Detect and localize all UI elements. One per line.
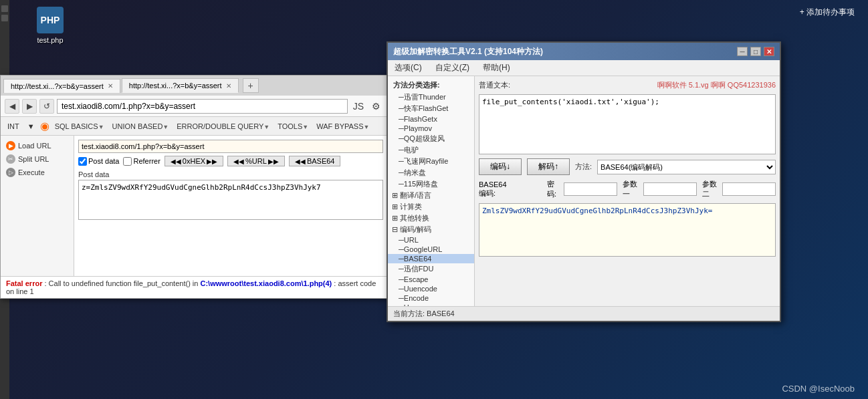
- encode-button[interactable]: 编码↓: [479, 158, 522, 175]
- execute-label: Execute: [18, 168, 45, 176]
- base64-arrow-left: ◀◀: [295, 158, 306, 165]
- enc-menu-options[interactable]: 选项(C): [392, 61, 425, 75]
- enc-tree-115[interactable]: ─115网络盘: [388, 178, 474, 190]
- new-tab-button[interactable]: +: [243, 78, 259, 93]
- enc-group-other[interactable]: ⊞ 其他转换: [388, 213, 474, 224]
- plain-text-textarea[interactable]: file_put_contents('xiaodi.txt','xigua');: [479, 94, 776, 154]
- tab-label-1: http://test.xi...?x=b&y=assert: [11, 82, 104, 90]
- minimize-button[interactable]: ─: [737, 47, 748, 56]
- param2-label: 参数二: [702, 179, 717, 199]
- browser-main-area: ▶ Load URL ✂ Split URL ▷ Execute: [1, 136, 387, 279]
- back-button[interactable]: ◀: [5, 99, 19, 114]
- load-url-item[interactable]: ▶ Load URL: [3, 140, 71, 152]
- enc-tree-edl[interactable]: ─电驴: [388, 144, 474, 156]
- error-message: : Call to undefined function file_put_co…: [44, 279, 198, 287]
- enc-tree-encode[interactable]: ─Encode: [388, 293, 474, 303]
- hex-label: 0xHEX: [183, 157, 205, 165]
- enc-tree-rayfile[interactable]: ─飞速网Rayfile: [388, 156, 474, 167]
- enc-tree-flashget[interactable]: ─快车FlashGet: [388, 103, 474, 114]
- param1-input[interactable]: [643, 182, 697, 196]
- enc-tree-flashgetx[interactable]: ─FlashGetx: [388, 114, 474, 124]
- brand-label: 啊啊软件 5.1.vg 啊啊 QQ541231936: [657, 80, 776, 90]
- toolbar-waf-bypass[interactable]: WAF BYPASS▼: [314, 121, 372, 132]
- post-data-check[interactable]: [78, 157, 87, 166]
- enc-menubar: 选项(C) 自定义(Z) 帮助(H): [388, 60, 780, 76]
- toolbar-error-double[interactable]: ERROR/DOUBLE QUERY▼: [174, 121, 272, 132]
- execute-icon: ▷: [6, 168, 15, 177]
- settings-icon[interactable]: ⚙: [369, 100, 383, 113]
- enc-status-bar: 当前方法: BASE64: [388, 306, 780, 321]
- enc-tree-url[interactable]: ─URL: [388, 235, 474, 245]
- base64-encode-label: BASE64编码:: [479, 180, 509, 198]
- decode-button[interactable]: 解码↑: [527, 158, 570, 175]
- url-input[interactable]: [78, 140, 383, 153]
- toolbar-union-based[interactable]: UNION BASED▼: [110, 121, 172, 132]
- close-tab-2-icon[interactable]: ✕: [226, 82, 231, 90]
- address-text: test.xiaodi8.com/1.php?x=b&y=assert: [62, 102, 195, 111]
- split-url-label: Split URL: [18, 155, 49, 163]
- enc-group-translate[interactable]: ⊞ 翻译/语言: [388, 190, 474, 201]
- enc-menu-help[interactable]: 帮助(H): [480, 61, 513, 75]
- result-textarea[interactable]: ZmlsZV9wdXRfY29udGVudCgneGlhb2RpLnR4dCcs…: [479, 203, 776, 257]
- maximize-button[interactable]: □: [750, 47, 761, 56]
- enc-tree-nano[interactable]: ─纳米盘: [388, 167, 474, 178]
- browser-tabs-bar: http://test.xi...?x=b&y=assert ✕ http://…: [1, 76, 387, 96]
- address-bar[interactable]: test.xiaodi8.com/1.php?x=b&y=assert: [57, 99, 348, 114]
- referrer-checkbox[interactable]: Referrer: [123, 157, 160, 166]
- enc-tree-googleurl[interactable]: ─GoogleURL: [388, 245, 474, 254]
- error-path: C:\wwwroot\test.xiaodi8.com\1.php(4): [200, 279, 332, 287]
- desktop-icon-label: test.php: [37, 36, 63, 44]
- enc-tree-qq[interactable]: ─QQ超级旋风: [388, 133, 474, 144]
- toolbar-tools[interactable]: TOOLS▼: [275, 121, 311, 132]
- param2-input[interactable]: [722, 182, 776, 196]
- left-panel: ▶ Load URL ✂ Split URL ▷ Execute: [1, 136, 74, 279]
- enc-title: 超级加解密转换工具V2.1 (支持104种方法): [393, 46, 543, 57]
- enc-tree-base64[interactable]: ─BASE64: [388, 254, 474, 263]
- referrer-check[interactable]: [123, 157, 132, 166]
- url-arrow-left: ◀◀: [233, 158, 244, 165]
- enc-menu-custom[interactable]: 自定义(Z): [433, 61, 472, 75]
- plain-text-label: 普通文本:: [479, 80, 510, 90]
- browser-tab-2[interactable]: http://test.xi...?x=b&y=assert ✕: [122, 78, 239, 93]
- enc-left-panel: 方法分类选择: ─迅雷Thunder ─快车FlashGet ─FlashGet…: [388, 76, 475, 306]
- hex-button[interactable]: ◀◀ 0xHEX ▶▶: [165, 156, 223, 166]
- enc-plain-label-row: 普通文本: 啊啊软件 5.1.vg 啊啊 QQ541231936: [479, 80, 776, 90]
- enc-params-row: BASE64编码: 密码: 参数一 参数二: [479, 179, 776, 199]
- js-icon[interactable]: JS: [350, 100, 366, 113]
- password-input[interactable]: [564, 182, 617, 196]
- close-button[interactable]: ✕: [764, 47, 774, 56]
- enc-tree-escape[interactable]: ─Escape: [388, 275, 474, 284]
- split-url-item[interactable]: ✂ Split URL: [3, 153, 71, 165]
- enc-tree-uuencode[interactable]: ─Uuencode: [388, 284, 474, 293]
- enc-section-label: 方法分类选择:: [388, 79, 474, 92]
- reload-button[interactable]: ↺: [39, 99, 54, 114]
- enc-right-panel: 普通文本: 啊啊软件 5.1.vg 啊啊 QQ541231936 file_pu…: [475, 76, 780, 306]
- enc-group-encode[interactable]: ⊟ 编码/解码: [388, 224, 474, 235]
- base64-button[interactable]: ◀◀ BASE64: [289, 156, 341, 166]
- post-data-checkbox[interactable]: Post data: [78, 157, 119, 166]
- taskbar-item: [1, 15, 8, 21]
- url-input-row: [78, 140, 383, 153]
- toolbar-arrow[interactable]: ▼: [25, 121, 37, 132]
- enc-tree-playmov[interactable]: ─Playmov: [388, 124, 474, 133]
- forward-button[interactable]: ▶: [22, 99, 37, 114]
- enc-tree-xinfdu[interactable]: ─迅信FDU: [388, 263, 474, 275]
- enc-title-buttons: ─ □ ✕: [737, 47, 774, 56]
- main-content-panel: Post data Referrer ◀◀ 0xHEX ▶▶ ◀◀ %URL: [74, 136, 387, 279]
- browser-nav-bar: ◀ ▶ ↺ test.xiaodi8.com/1.php?x=b&y=asser…: [1, 96, 387, 117]
- desktop-icon-test-php[interactable]: PHP test.php: [27, 7, 74, 44]
- enc-tree-thunder[interactable]: ─迅雷Thunder: [388, 92, 474, 103]
- url-encode-button[interactable]: ◀◀ %URL ▶▶: [227, 156, 285, 166]
- execute-item[interactable]: ▷ Execute: [3, 166, 71, 178]
- php-file-icon: PHP: [37, 7, 64, 33]
- add-todo-button[interactable]: + 添加待办事项: [800, 7, 855, 18]
- taskbar-item: [1, 5, 8, 12]
- close-tab-1-icon[interactable]: ✕: [108, 82, 113, 90]
- param1-label: 参数一: [623, 179, 637, 199]
- toolbar-sql-basics[interactable]: SQL BASICS▼: [52, 121, 107, 132]
- method-select[interactable]: BASE64(编码解码): [597, 160, 776, 174]
- postdata-textarea[interactable]: z=ZmlsZV9wdXRfY29udGVudCgneGlhb2RpLnR4dC…: [78, 180, 383, 220]
- toolbar-int[interactable]: INT: [5, 121, 22, 132]
- browser-tab-1[interactable]: http://test.xi...?x=b&y=assert ✕: [3, 79, 120, 93]
- enc-group-calc[interactable]: ⊞ 计算类: [388, 201, 474, 213]
